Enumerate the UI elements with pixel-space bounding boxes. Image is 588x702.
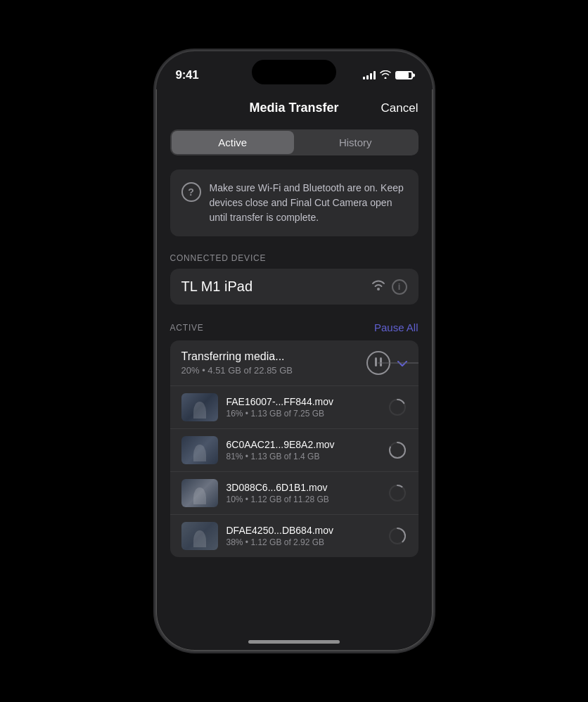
device-icons: i — [371, 279, 407, 295]
status-icons — [363, 70, 413, 81]
file-row: FAE16007-...FF844.mov 16% • 1.13 GB of 7… — [170, 386, 418, 429]
page-title: Media Transfer — [249, 101, 338, 115]
transfer-title: Transferring media... — [181, 350, 366, 363]
connected-device-label: CONNECTED DEVICE — [170, 253, 418, 263]
progress-circle — [388, 440, 407, 460]
battery-icon — [395, 71, 413, 79]
info-box: ? Make sure Wi-Fi and Bluetooth are on. … — [170, 170, 418, 236]
svg-rect-1 — [375, 357, 377, 366]
tab-active[interactable]: Active — [172, 131, 295, 154]
cancel-button[interactable]: Cancel — [381, 101, 418, 115]
svg-point-0 — [377, 288, 380, 291]
device-row: TL M1 iPad i — [170, 269, 418, 305]
active-header: ACTIVE Pause All — [170, 321, 418, 333]
svg-point-7 — [390, 485, 405, 501]
wifi-wave-icon — [371, 279, 386, 295]
device-name: TL M1 iPad — [181, 279, 253, 295]
file-info: FAE16007-...FF844.mov 16% • 1.13 GB of 7… — [226, 396, 379, 419]
file-row: 6C0AAC21...9E8A2.mov 81% • 1.13 GB of 1.… — [170, 429, 418, 472]
file-name: 3D088C6...6D1B1.mov — [226, 482, 379, 493]
main-content: Media Transfer Cancel Active History ? M… — [156, 89, 433, 557]
signal-bars-icon — [363, 71, 376, 79]
file-thumbnail — [181, 479, 218, 507]
file-thumbnail — [181, 522, 218, 550]
header: Media Transfer Cancel — [170, 89, 418, 124]
transfer-group: Transferring media... 20% • 4.51 GB of 2… — [170, 340, 418, 557]
phone-frame: 9:41 Media Transfer — [156, 51, 433, 651]
info-help-icon: ? — [181, 182, 201, 202]
file-size: 10% • 1.12 GB of 11.28 GB — [226, 494, 379, 504]
progress-circle — [388, 483, 407, 503]
file-name: DFAE4250...DB684.mov — [226, 525, 379, 536]
transfer-main-info: Transferring media... 20% • 4.51 GB of 2… — [181, 350, 366, 376]
connector-line — [378, 363, 418, 364]
file-info: 6C0AAC21...9E8A2.mov 81% • 1.13 GB of 1.… — [226, 439, 379, 461]
status-time: 9:41 — [176, 68, 199, 82]
file-info: 3D088C6...6D1B1.mov 10% • 1.12 GB of 11.… — [226, 482, 379, 504]
info-text: Make sure Wi-Fi and Bluetooth are on. Ke… — [210, 181, 407, 225]
file-name: FAE16007-...FF844.mov — [226, 396, 379, 407]
svg-rect-2 — [380, 357, 382, 366]
progress-circle — [388, 526, 407, 546]
active-section-label: ACTIVE — [170, 323, 204, 333]
file-row: DFAE4250...DB684.mov 38% • 1.12 GB of 2.… — [170, 515, 418, 557]
pause-all-button[interactable]: Pause All — [374, 321, 418, 333]
tab-segmented-control: Active History — [170, 129, 418, 155]
dynamic-island — [252, 60, 336, 84]
transfer-main-row: Transferring media... 20% • 4.51 GB of 2… — [170, 340, 418, 386]
wifi-icon — [380, 70, 391, 81]
file-size: 81% • 1.13 GB of 1.4 GB — [226, 452, 379, 461]
file-thumbnail — [181, 393, 218, 421]
tab-history[interactable]: History — [294, 131, 417, 154]
home-indicator — [248, 640, 340, 644]
file-thumbnail — [181, 436, 218, 464]
file-size: 38% • 1.12 GB of 2.92 GB — [226, 537, 379, 547]
device-info-icon[interactable]: i — [392, 279, 407, 295]
transfer-subtitle: 20% • 4.51 GB of 22.85 GB — [181, 365, 366, 376]
file-info: DFAE4250...DB684.mov 38% • 1.12 GB of 2.… — [226, 525, 379, 547]
file-size: 16% • 1.13 GB of 7.25 GB — [226, 409, 379, 419]
file-row: 3D088C6...6D1B1.mov 10% • 1.12 GB of 11.… — [170, 472, 418, 515]
file-name: 6C0AAC21...9E8A2.mov — [226, 439, 379, 450]
progress-circle — [388, 397, 407, 417]
